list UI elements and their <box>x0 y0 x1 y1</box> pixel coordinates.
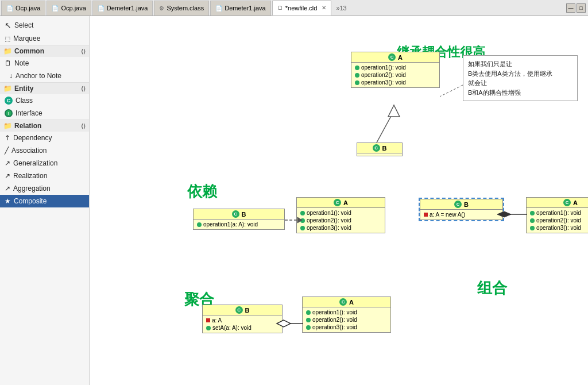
dependency-icon: ↗ <box>3 133 13 143</box>
section-entity[interactable]: 📁 Entity ⟨⟩ <box>0 82 89 94</box>
class-A-dep[interactable]: C A operation1(): void operation2(): voi… <box>296 197 385 233</box>
class-A-top[interactable]: C A operation1(): void operation2(): voi… <box>351 52 440 88</box>
folder-entity-icon: 📁 <box>3 84 12 93</box>
tab-icon-newfile: 🗋 <box>277 5 283 11</box>
class-B-top-icon: C <box>373 144 380 152</box>
sidebar-item-interface[interactable]: I Interface <box>0 107 89 120</box>
sidebar-item-note[interactable]: 🗒 Note <box>0 57 89 70</box>
field-text: operation1(): void <box>536 210 581 216</box>
minimize-button[interactable]: — <box>566 3 575 13</box>
field-text: operation3(): void <box>361 79 406 86</box>
class-B-dep-name: B <box>242 211 246 218</box>
sidebar-item-realization[interactable]: ↗ Realization <box>0 170 89 182</box>
section-common[interactable]: 📁 Common ⟨⟩ <box>0 45 89 57</box>
class-A-agg-header: C A <box>303 297 390 307</box>
interface-icon: I <box>5 109 13 117</box>
class-A-comp-header: C A <box>527 198 588 208</box>
sidebar-item-marquee[interactable]: ⬚ Marquee <box>0 32 89 45</box>
class-B-dep[interactable]: C B operation1(a: A): void <box>193 209 285 230</box>
anchor-icon: ↓ <box>9 72 13 80</box>
tab-overflow[interactable]: »13 <box>332 3 350 13</box>
sidebar-item-anchor[interactable]: ↓ Anchor to Note <box>0 70 89 82</box>
class-B-comp-name: B <box>464 201 469 208</box>
svg-marker-1 <box>388 105 400 117</box>
aggregation-icon: ↗ <box>5 184 10 192</box>
field-text: operation2(): void <box>307 217 351 224</box>
tab-bar: 📄 Ocp.java 📄 Ocp.java 📄 Demeter1.java ⚙ … <box>0 0 588 16</box>
class-A-top-header: C A <box>351 52 439 63</box>
field-text: operation2(): void <box>361 72 406 78</box>
field-dot <box>197 222 202 227</box>
field-dot <box>530 218 535 223</box>
class-A-top-body: operation1(): void operation2(): void op… <box>351 63 439 87</box>
class-B-agg[interactable]: C B a: A setA(a: A): void <box>202 305 283 333</box>
field-text: a: A = new A() <box>430 211 465 218</box>
class-A-dep-body: operation1(): void operation2(): void op… <box>297 208 385 233</box>
tab-system[interactable]: ⚙ System.class <box>154 1 209 16</box>
field-text: operation3(): void <box>536 225 581 231</box>
realization-icon: ↗ <box>5 172 10 180</box>
depend-label: 依赖 <box>187 182 217 202</box>
maximize-button[interactable]: □ <box>577 3 586 13</box>
class-B-agg-icon: C <box>235 306 243 314</box>
class-B-top-name: B <box>382 145 387 152</box>
class-A-dep-header: C A <box>297 198 385 208</box>
field-dot <box>530 211 535 215</box>
common-arrow-icon: ⟨⟩ <box>81 48 86 55</box>
annotation-text: 如果我们只是让B类去使用A类方法，使用继承就会让B和A的耦合性增强 <box>468 60 552 96</box>
select-icon: ↖ <box>5 21 11 30</box>
field-dot <box>306 310 311 315</box>
sidebar: ↖ Select ⬚ Marquee 📁 Common ⟨⟩ 🗒 Note ↓ … <box>0 16 90 385</box>
tab-close-newfile[interactable]: ✕ <box>322 5 326 11</box>
field-text: operation1(): void <box>312 309 357 315</box>
field-dot-red <box>424 213 428 217</box>
class-A-comp[interactable]: C A operation1(): void operation2(): voi… <box>526 197 588 233</box>
tab-demeter1[interactable]: 📄 Demeter1.java <box>92 1 153 16</box>
class-A-agg-icon: C <box>339 298 347 306</box>
field-text: operation3(): void <box>312 324 357 330</box>
class-B-agg-name: B <box>245 307 250 314</box>
field-text: operation2(): void <box>312 317 357 323</box>
compose-label: 组合 <box>477 278 507 298</box>
anchor-label: Anchor to Note <box>16 72 61 80</box>
sidebar-item-select[interactable]: ↖ Select <box>0 18 89 32</box>
section-relation[interactable]: 📁 Relation ⟨⟩ <box>0 120 89 132</box>
class-A-agg-body: operation1(): void operation2(): void op… <box>303 307 390 332</box>
class-B-comp[interactable]: C B a: A = new A() <box>420 199 503 220</box>
class-B-comp-header: C B <box>420 199 502 210</box>
field-dot <box>306 318 311 322</box>
class-A-agg[interactable]: C A operation1(): void operation2(): voi… <box>302 297 391 333</box>
field-text: operation3(): void <box>307 225 351 231</box>
field-text: operation1(): void <box>361 64 406 71</box>
field-text: operation2(): void <box>536 217 581 224</box>
field-dot <box>530 226 535 230</box>
tab-newfile[interactable]: 🗋 *newfile.cld ✕ <box>272 1 332 16</box>
field-text: a: A <box>212 317 222 324</box>
field-dot <box>300 218 305 223</box>
class-B-dep-header: C B <box>194 209 284 220</box>
marquee-icon: ⬚ <box>5 35 10 43</box>
tab-demeter2[interactable]: 📄 Demeter1.java <box>210 1 271 16</box>
sidebar-item-association[interactable]: ╱ Association <box>0 144 89 157</box>
dependency-label: Dependency <box>13 134 52 142</box>
tab-ocp2[interactable]: 📄 Ocp.java <box>47 1 91 16</box>
sidebar-item-composite[interactable]: ★ Composite <box>0 195 89 207</box>
generalization-label: Generalization <box>13 159 57 167</box>
tab-icon-ocp2: 📄 <box>52 5 59 11</box>
class-B-top[interactable]: C B <box>357 143 403 156</box>
section-relation-label: Relation <box>14 122 41 130</box>
tab-label-newfile: *newfile.cld <box>285 5 318 11</box>
sidebar-item-class[interactable]: C Class <box>0 94 89 107</box>
relation-arrow-icon: ⟨⟩ <box>81 123 86 129</box>
class-B-top-body <box>357 153 402 156</box>
class-B-dep-icon: C <box>232 210 239 218</box>
marquee-label: Marquee <box>13 34 40 43</box>
field-dot <box>300 211 305 215</box>
sidebar-item-generalization[interactable]: ↗ Generalization <box>0 157 89 170</box>
class-B-agg-header: C B <box>203 305 282 315</box>
sidebar-item-dependency[interactable]: ↗ Dependency <box>0 132 89 144</box>
note-label: Note <box>14 59 29 67</box>
field-text: setA(a: A): void <box>212 325 252 331</box>
sidebar-item-aggregation[interactable]: ↗ Aggregation <box>0 182 89 195</box>
tab-ocp1[interactable]: 📄 Ocp.java <box>1 1 45 16</box>
